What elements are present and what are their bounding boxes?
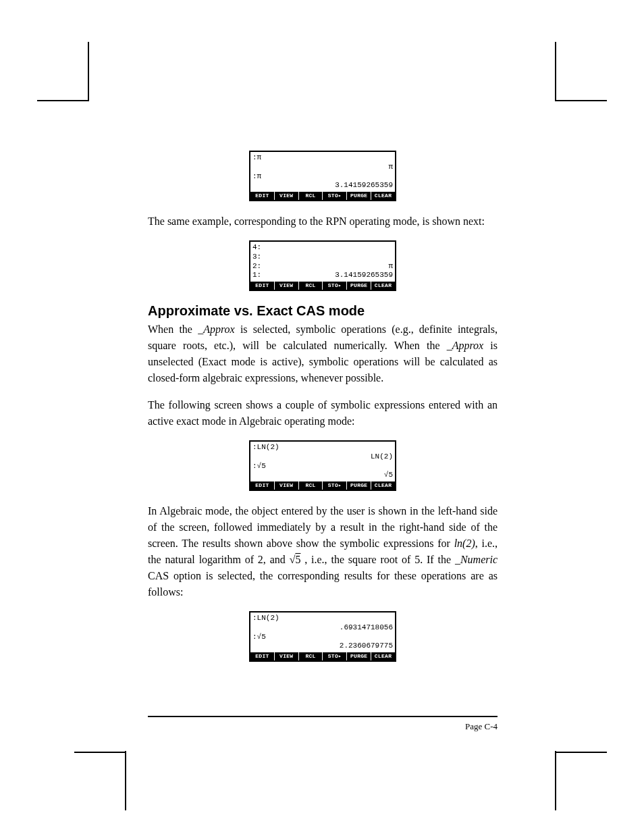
screen-line: 2: bbox=[252, 262, 261, 271]
softkey-view: VIEW bbox=[275, 652, 299, 660]
flag-approx: _Approx bbox=[447, 340, 484, 351]
body-text: The same example, corresponding to the R… bbox=[148, 213, 498, 230]
screen-line: :LN(2) bbox=[252, 614, 279, 623]
crop-mark bbox=[37, 100, 89, 101]
page-number: Page C-4 bbox=[148, 721, 498, 732]
softkey-sto: STO▸ bbox=[323, 282, 347, 290]
screen-line: 3.14159265359 bbox=[335, 181, 393, 190]
softkey-bar: EDIT VIEW RCL STO▸ PURGE CLEAR bbox=[250, 282, 395, 290]
text-run: CAS option is selected, the correspondin… bbox=[148, 570, 498, 598]
crop-mark bbox=[555, 751, 556, 810]
crop-mark bbox=[555, 752, 607, 753]
softkey-rcl: RCL bbox=[299, 652, 323, 660]
screen-line: :LN(2) bbox=[252, 443, 279, 452]
screen-line: π bbox=[388, 163, 393, 172]
flag-numeric: _Numeric bbox=[455, 554, 498, 565]
softkey-edit: EDIT bbox=[250, 481, 275, 490]
softkey-bar: EDIT VIEW RCL STO▸ PURGE CLEAR bbox=[250, 481, 395, 490]
calculator-screen-algebraic-pi: :π π :π 3.14159265359 EDIT VIEW RCL STO▸… bbox=[148, 151, 498, 201]
screen-line: 1: bbox=[252, 271, 261, 280]
softkey-purge: PURGE bbox=[347, 282, 371, 290]
softkey-edit: EDIT bbox=[250, 652, 275, 660]
screen-line: :π bbox=[252, 153, 261, 163]
screen-line: 2.2360679775 bbox=[340, 642, 393, 651]
calculator-screen-numeric: :LN(2) .69314718056 :√5 2.2360679775 EDI… bbox=[148, 611, 498, 662]
screen-line: π bbox=[388, 262, 393, 271]
crop-mark bbox=[555, 100, 607, 101]
softkey-clear: CLEAR bbox=[371, 652, 395, 660]
screen-line: 4: bbox=[252, 243, 261, 253]
softkey-purge: PURGE bbox=[347, 192, 371, 200]
softkey-view: VIEW bbox=[275, 481, 299, 490]
page-content: :π π :π 3.14159265359 EDIT VIEW RCL STO▸… bbox=[148, 145, 498, 674]
body-text: In Algebraic mode, the object entered by… bbox=[148, 503, 498, 600]
screen-line: :π bbox=[252, 172, 261, 182]
crop-mark bbox=[74, 752, 126, 753]
crop-mark bbox=[88, 42, 89, 101]
calculator-screen-exact: :LN(2) LN(2) :√5 √5 EDIT VIEW RCL STO▸ P… bbox=[148, 440, 498, 491]
flag-approx: _Approx bbox=[198, 323, 235, 335]
body-text: The following screen shows a couple of s… bbox=[148, 397, 498, 429]
softkey-edit: EDIT bbox=[250, 282, 275, 290]
calculator-screen-rpn-pi: 4: 3: 2:π 1:3.14159265359 EDIT VIEW RCL … bbox=[148, 240, 498, 291]
footer-rule bbox=[148, 716, 498, 717]
softkey-sto: STO▸ bbox=[323, 652, 347, 660]
screen-line: √5 bbox=[384, 471, 393, 480]
text-run: , i.e., the square root of 5. If the bbox=[300, 554, 455, 565]
screen-line: :√5 bbox=[252, 462, 266, 471]
softkey-clear: CLEAR bbox=[371, 192, 395, 200]
softkey-edit: EDIT bbox=[250, 192, 275, 200]
screen-line: 3: bbox=[252, 253, 261, 262]
crop-mark bbox=[125, 751, 126, 810]
softkey-sto: STO▸ bbox=[323, 192, 347, 200]
screen-line: .69314718056 bbox=[340, 623, 393, 633]
text-run: In Algebraic mode, the object entered by… bbox=[148, 505, 498, 549]
screen-line: LN(2) bbox=[371, 452, 393, 462]
crop-mark bbox=[555, 42, 556, 101]
softkey-bar: EDIT VIEW RCL STO▸ PURGE CLEAR bbox=[250, 192, 395, 200]
softkey-bar: EDIT VIEW RCL STO▸ PURGE CLEAR bbox=[250, 652, 395, 660]
softkey-clear: CLEAR bbox=[371, 282, 395, 290]
softkey-rcl: RCL bbox=[299, 192, 323, 200]
section-heading: Approximate vs. Exact CAS mode bbox=[148, 303, 498, 319]
softkey-purge: PURGE bbox=[347, 481, 371, 490]
softkey-purge: PURGE bbox=[347, 652, 371, 660]
softkey-view: VIEW bbox=[275, 282, 299, 290]
softkey-rcl: RCL bbox=[299, 481, 323, 490]
softkey-sto: STO▸ bbox=[323, 481, 347, 490]
text-run: When the bbox=[148, 323, 198, 335]
screen-line: :√5 bbox=[252, 633, 266, 642]
expr-ln2: ln(2) bbox=[454, 538, 475, 549]
softkey-rcl: RCL bbox=[299, 282, 323, 290]
sqrt-icon: 5 bbox=[290, 554, 301, 565]
softkey-view: VIEW bbox=[275, 192, 299, 200]
softkey-clear: CLEAR bbox=[371, 481, 395, 490]
screen-line: 3.14159265359 bbox=[335, 271, 393, 280]
body-text: When the _Approx is selected, symbolic o… bbox=[148, 321, 498, 386]
